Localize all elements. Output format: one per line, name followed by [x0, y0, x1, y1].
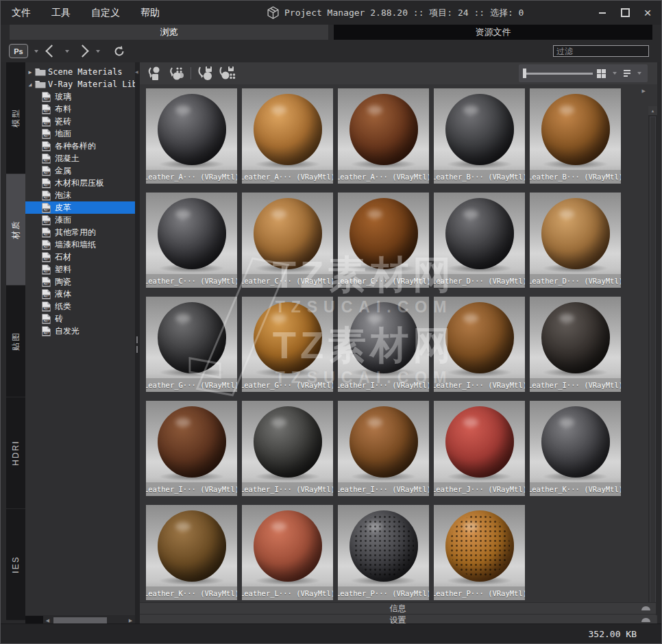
svg-text:MAT: MAT [44, 245, 49, 249]
tree-root-vray-material-library[interactable]: ◢V-Ray Material Libra [25, 78, 135, 90]
material-thumbnail[interactable]: Leather_D··· (VRayMtl) [434, 193, 525, 288]
tree-item-category[interactable]: MAT玻璃 [25, 90, 135, 103]
tab-browse[interactable]: 浏览 [10, 25, 328, 40]
tree-item-category[interactable]: MAT瓷砖 [25, 115, 135, 127]
material-name-label: Leather_I··· (VRayMtl) [146, 482, 237, 496]
tree-item-category[interactable]: MAT陶瓷 [25, 275, 135, 288]
tree-item-category[interactable]: MAT纸类 [25, 300, 135, 312]
thumbnail-size-slider[interactable] [523, 69, 593, 78]
tree-item-category[interactable]: MAT木材和层压板 [25, 177, 135, 189]
tree-item-category[interactable]: MAT混凝土 [25, 152, 135, 164]
refresh-icon[interactable] [113, 45, 125, 58]
close-button[interactable]: × [642, 8, 653, 18]
expanded-arrow-icon[interactable]: ◢ [25, 82, 35, 88]
menu-customize[interactable]: 自定义 [91, 7, 120, 19]
view-mode-dropdown-icon[interactable] [613, 72, 617, 75]
menu-file[interactable]: 文件 [12, 7, 31, 19]
minimize-button[interactable] [597, 8, 608, 18]
tab-materials[interactable]: 材质 [6, 174, 25, 286]
mat-file-icon: MAT [42, 104, 53, 114]
tree-item-category[interactable]: MAT墙漆和墙纸 [25, 238, 135, 251]
tree-item-category[interactable]: MAT液体 [25, 288, 135, 300]
tab-maps[interactable]: 贴图 [6, 286, 25, 397]
back-button[interactable] [45, 45, 58, 57]
material-thumbnail[interactable]: Leather_I··· (VRayMtl) [434, 297, 525, 392]
material-thumbnail[interactable]: Leather_K··· (VRayMtl) [146, 505, 237, 600]
scroll-left-icon[interactable]: ◀ [43, 618, 52, 623]
material-thumbnail[interactable]: Leather_I··· (VRayMtl) [338, 401, 429, 496]
tree-item-category[interactable]: MAT其他常用的 [25, 226, 135, 238]
material-thumbnail[interactable]: Leather_L··· (VRayMtl) [242, 505, 333, 600]
forward-history-dropdown-icon[interactable] [96, 50, 100, 53]
material-thumbnail[interactable]: Leather_K··· (VRayMtl) [530, 401, 621, 496]
material-thumbnail[interactable]: Leather_I··· (VRayMtl) [530, 297, 621, 392]
material-thumbnail[interactable]: Leather_I··· (VRayMtl) [338, 297, 429, 392]
material-thumbnail[interactable]: Leather_C··· (VRayMtl) [146, 193, 237, 288]
info-panel-header[interactable]: 信息 [140, 602, 656, 614]
tree-item-label: 纸类 [55, 301, 71, 312]
expand-settings-icon[interactable] [641, 618, 650, 622]
sort-dropdown-icon[interactable] [637, 72, 641, 75]
forward-button[interactable] [76, 45, 88, 57]
material-thumbnail[interactable]: Leather_C··· (VRayMtl) [338, 193, 429, 288]
material-name-label: Leather_J··· (VRayMtl) [434, 482, 525, 496]
tree-item-category[interactable]: MAT布料 [25, 103, 135, 115]
tab-hdri[interactable]: HDRI [6, 397, 25, 509]
save-materials-icon[interactable] [219, 65, 236, 82]
maximize-button[interactable] [620, 8, 630, 18]
tab-models[interactable]: 模型 [6, 62, 25, 174]
material-thumbnail[interactable]: Leather_A··· (VRayMtl) [146, 88, 237, 184]
material-thumbnail[interactable]: Leather_B··· (VRayMtl) [434, 88, 525, 184]
tree-item-category[interactable]: MAT漆面 [25, 214, 135, 226]
expand-info-icon[interactable] [641, 606, 650, 610]
collapse-panel-icon[interactable]: ▶ [642, 88, 646, 94]
tree-item-category[interactable]: MAT塑料 [25, 263, 135, 275]
tab-ies[interactable]: IES [6, 509, 25, 621]
tree-root-scene-materials[interactable]: ▶Scene Materials [25, 66, 135, 78]
grid-vertical-scrollbar[interactable]: ▲ ▼ [648, 106, 657, 624]
material-thumbnail[interactable]: Leather_A··· (VRayMtl) [338, 88, 429, 184]
tree-item-category[interactable]: MAT砖 [25, 312, 135, 325]
grid-scrollbar-track[interactable] [650, 116, 656, 614]
tab-asset-files[interactable]: 资源文件 [334, 25, 652, 40]
scroll-right-icon[interactable]: ▶ [126, 618, 135, 623]
presets-dropdown-icon[interactable] [34, 50, 38, 53]
tree-item-category[interactable]: MAT自发光 [25, 325, 135, 337]
tree-item-selected[interactable]: MAT皮革 [25, 201, 135, 214]
material-thumbnail[interactable]: Leather_I··· (VRayMtl) [146, 401, 237, 496]
material-thumbnail[interactable]: Leather_A··· (VRayMtl) [242, 88, 333, 184]
assign-material-to-selection-icon[interactable] [167, 65, 185, 82]
sphere-highlight [559, 418, 574, 427]
filter-input[interactable] [553, 45, 649, 57]
panel-splitter[interactable]: ◀ [135, 62, 140, 626]
material-thumbnail[interactable]: Leather_P··· (VRayMtl) [434, 505, 525, 600]
grid-view-icon[interactable] [597, 69, 606, 78]
tree-item-category[interactable]: MAT地面 [25, 127, 135, 140]
tree-item-category[interactable]: MAT石材 [25, 251, 135, 263]
sort-icon[interactable] [624, 70, 630, 77]
sphere-highlight [271, 314, 286, 323]
slider-handle[interactable] [523, 69, 526, 78]
collapsed-arrow-icon[interactable]: ▶ [25, 69, 35, 75]
material-thumbnail[interactable]: Leather_J··· (VRayMtl) [434, 401, 525, 496]
svg-text:MAT: MAT [44, 196, 49, 199]
tree-item-category[interactable]: MAT泡沫 [25, 189, 135, 201]
menu-tools[interactable]: 工具 [51, 7, 71, 19]
menu-help[interactable]: 帮助 [140, 7, 160, 19]
material-thumbnail[interactable]: Leather_C··· (VRayMtl) [242, 193, 333, 288]
tree-item-category[interactable]: MAT各种各样的 [25, 140, 135, 152]
material-thumbnail[interactable]: Leather_B··· (VRayMtl) [530, 88, 621, 184]
back-history-dropdown-icon[interactable] [65, 50, 69, 53]
save-material-icon[interactable] [197, 65, 214, 82]
tree-item-category[interactable]: MAT金属 [25, 164, 135, 177]
material-thumbnail[interactable]: Leather_D··· (VRayMtl) [530, 193, 621, 288]
collapse-tree-icon[interactable]: ◀ [135, 69, 138, 74]
presets-button[interactable]: Ps [9, 44, 28, 58]
material-name-label: Leather_D··· (VRayMtl) [434, 274, 525, 288]
material-thumbnail[interactable]: Leather_P··· (VRayMtl) [338, 505, 429, 600]
assign-material-to-object-icon[interactable] [145, 65, 163, 82]
scroll-up-icon[interactable]: ▲ [648, 106, 657, 115]
material-thumbnail[interactable]: Leather_G··· (VRayMtl) [242, 297, 333, 392]
material-thumbnail[interactable]: Leather_I··· (VRayMtl) [242, 401, 333, 496]
material-thumbnail[interactable]: Leather_G··· (VRayMtl) [146, 297, 237, 392]
